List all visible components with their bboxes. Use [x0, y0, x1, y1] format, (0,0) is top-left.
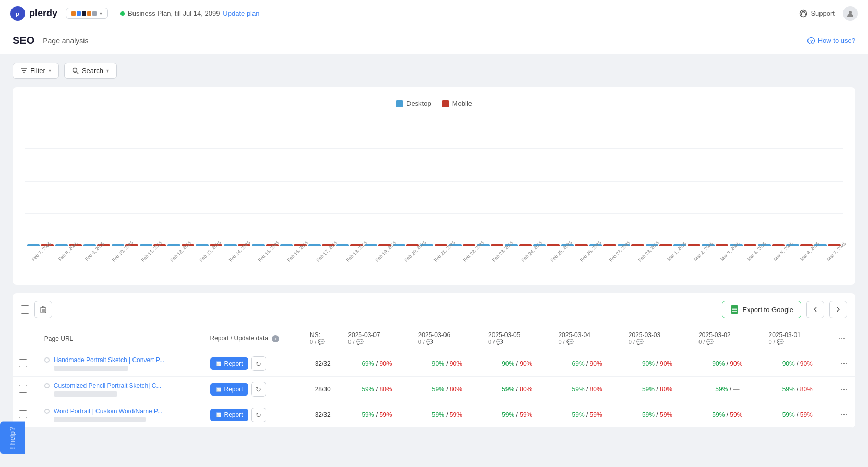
url-link[interactable]: Word Portrait | Custom Word/Name P...	[54, 408, 163, 415]
score-red: 59%	[730, 411, 742, 418]
score-green: 59%	[782, 386, 795, 393]
desktop-legend: Desktop	[396, 100, 431, 107]
next-page-button[interactable]	[829, 301, 847, 318]
delete-button[interactable]	[34, 301, 52, 318]
cell-report: 📊 Report ↻	[204, 351, 304, 377]
cell-date-7: 59% / 80%	[763, 377, 833, 402]
score-red: 90%	[800, 360, 813, 367]
table-toolbar: Export to Google	[13, 293, 855, 326]
headset-icon	[799, 9, 807, 18]
status-dot	[120, 11, 125, 16]
cell-url: Word Portrait | Custom Word/Name P...	[38, 402, 204, 428]
url-placeholder-bar	[54, 391, 118, 397]
th-check	[13, 326, 38, 351]
score-green: 59%	[712, 411, 725, 418]
filter-button[interactable]: Filter ▾	[13, 63, 59, 79]
score-red: 80%	[520, 386, 532, 393]
svg-text:📊: 📊	[216, 387, 221, 392]
logo-icon: p	[10, 6, 25, 21]
mobile-checkbox[interactable]	[442, 100, 449, 107]
cell-date-1: 69% / 90%	[342, 351, 412, 377]
score-dash: —	[733, 386, 739, 393]
score-green: 90%	[712, 360, 725, 367]
support-button[interactable]: Support	[799, 9, 835, 18]
chevron-right-icon	[836, 307, 841, 312]
score-green: 59%	[642, 386, 655, 393]
report-button[interactable]: 📊 Report	[210, 409, 248, 421]
data-table: Page URL Report / Update data i NS: 0 / …	[13, 326, 855, 428]
svg-rect-4	[805, 14, 806, 16]
dot5	[92, 11, 97, 16]
chart-card: Desktop Mobile Feb 7, 2025Feb 8, 2025Feb…	[13, 87, 855, 285]
svg-text:?: ?	[810, 39, 813, 44]
score-green: 69%	[361, 360, 374, 367]
cell-date-5: 90% / 90%	[622, 351, 692, 377]
filter-label: Filter	[30, 67, 45, 75]
cell-date-1: 59% / 59%	[342, 402, 412, 428]
cell-date-4: 59% / 80%	[552, 377, 622, 402]
refresh-button[interactable]: ↻	[251, 356, 266, 371]
cell-report: 📊 Report ↻	[204, 402, 304, 428]
cell-date-4: 59% / 59%	[552, 402, 622, 428]
help-button[interactable]: ! help?	[0, 422, 25, 440]
user-avatar[interactable]	[843, 6, 858, 21]
score-red: 90%	[660, 360, 672, 367]
score-green: 59%	[432, 411, 444, 418]
score-red: 90%	[379, 360, 392, 367]
th-date6: 2025-03-02 0 / 💬	[692, 326, 762, 351]
score-green: 59%	[715, 386, 728, 393]
th-date2: 2025-03-06 0 / 💬	[412, 326, 482, 351]
cell-report: 📊 Report ↻	[204, 377, 304, 402]
url-link[interactable]: Handmade Portrait Sketch | Convert P...	[54, 356, 164, 364]
info-icon[interactable]: i	[272, 335, 279, 342]
report-button[interactable]: 📊 Report	[210, 383, 248, 396]
mobile-label: Mobile	[452, 100, 472, 107]
filter-bar: Filter ▾ Search ▾	[0, 54, 868, 87]
desktop-checkbox[interactable]	[396, 100, 403, 107]
score-red: 90%	[450, 360, 462, 367]
refresh-button[interactable]: ↻	[251, 382, 266, 397]
update-plan-link[interactable]: Update plan	[223, 9, 259, 17]
cell-date-3: 59% / 80%	[482, 377, 552, 402]
desktop-label: Desktop	[406, 100, 431, 107]
how-to-use-link[interactable]: ? How to use?	[807, 37, 855, 44]
score-green: 69%	[572, 360, 585, 367]
score-green: 59%	[782, 411, 795, 418]
plan-badge[interactable]: ▾	[66, 8, 108, 19]
plan-dropdown-icon: ▾	[100, 10, 102, 16]
th-date4: 2025-03-04 0 / 💬	[552, 326, 622, 351]
table-body: Handmade Portrait Sketch | Convert P... …	[13, 351, 855, 428]
row-status-dot	[44, 383, 50, 388]
question-circle-icon: ?	[807, 37, 815, 44]
select-all-checkbox[interactable]	[21, 305, 29, 314]
export-google-button[interactable]: Export to Google	[722, 301, 801, 318]
th-page-url: Page URL	[38, 326, 204, 351]
report-icon: 📊	[215, 361, 222, 367]
score-red: 80%	[450, 386, 462, 393]
url-link[interactable]: Customized Pencil Portrait Sketch| C...	[54, 382, 162, 389]
score-green: 59%	[572, 411, 585, 418]
search-button[interactable]: Search ▾	[64, 63, 117, 79]
plan-info: Business Plan, till Jul 14, 2099 Update …	[120, 9, 259, 17]
report-button[interactable]: 📊 Report	[210, 357, 248, 370]
mobile-legend: Mobile	[442, 100, 472, 107]
cell-date-1: 59% / 80%	[342, 377, 412, 402]
svg-text:📊: 📊	[216, 413, 221, 417]
table-card: Export to Google Page URL	[13, 293, 855, 428]
topnav: p plerdy ▾ Business Plan, till Jul 14, 2…	[0, 0, 868, 27]
cell-date-5: 59% / 59%	[622, 402, 692, 428]
report-icon: 📊	[215, 386, 222, 392]
th-ns: NS: 0 / 💬	[304, 326, 342, 351]
cell-date-2: 59% / 80%	[412, 377, 482, 402]
seo-title: SEO	[13, 34, 34, 46]
prev-page-button[interactable]	[806, 301, 824, 318]
cell-date-7: 90% / 90%	[763, 351, 833, 377]
row-checkbox[interactable]	[19, 410, 27, 418]
row-checkbox[interactable]	[19, 385, 27, 393]
trash-icon	[40, 306, 47, 313]
chart-container: Feb 7, 2025Feb 8, 2025Feb 9, 2025Feb 10,…	[25, 116, 843, 272]
refresh-button[interactable]: ↻	[251, 408, 266, 422]
row-checkbox[interactable]	[19, 359, 27, 367]
score-red: 80%	[660, 386, 672, 393]
th-date3: 2025-03-05 0 / 💬	[482, 326, 552, 351]
